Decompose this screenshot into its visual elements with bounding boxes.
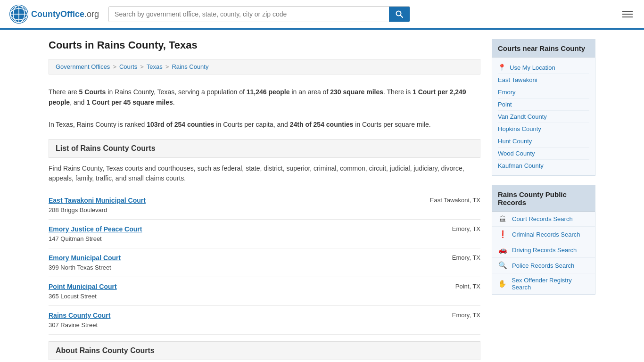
court-info: Emory Justice of Peace Court 147 Quitman… — [49, 225, 443, 242]
court-info: Rains County Court 307 Ravine Street — [49, 312, 443, 329]
search-bar — [108, 6, 410, 22]
bc-sep: > — [165, 63, 169, 70]
table-row: Point Municipal Court 365 Locust Street … — [49, 277, 480, 306]
list-item[interactable]: East Tawakoni — [498, 74, 589, 86]
svg-line-7 — [401, 16, 403, 18]
court-address: 365 Locust Street — [49, 293, 97, 300]
court-info: East Tawakoni Municipal Court 288 Briggs… — [49, 197, 421, 214]
and-text: , and — [70, 99, 86, 106]
content-area: Courts in Rains County, Texas Government… — [49, 39, 480, 362]
list-item[interactable]: ❗ Criminal Records Search — [492, 227, 595, 242]
courts-list: East Tawakoni Municipal Court 288 Briggs… — [49, 191, 480, 335]
court-name-link[interactable]: Emory Justice of Peace Court — [49, 225, 443, 233]
list-item[interactable]: Hunt County — [498, 135, 589, 148]
nearby-place-link[interactable]: East Tawakoni — [498, 76, 537, 83]
logo-icon — [9, 5, 28, 24]
list-item[interactable]: Van Zandt County — [498, 111, 589, 123]
logo-text: CountyOffice.org — [31, 9, 99, 19]
nearby-place-link[interactable]: Wood County — [498, 150, 535, 157]
use-my-location-link[interactable]: Use My Location — [510, 64, 555, 71]
table-row: East Tawakoni Municipal Court 288 Briggs… — [49, 191, 480, 220]
court-address: 147 Quitman Street — [49, 235, 102, 242]
court-name-link[interactable]: Rains County Court — [49, 312, 443, 319]
breadcrumb-gov-offices[interactable]: Government Offices — [56, 63, 110, 70]
menu-icon — [622, 16, 633, 17]
sex-offender-link[interactable]: Sex Offender Registry Search — [512, 277, 589, 291]
desc-intro: There are — [49, 88, 79, 96]
list-item[interactable]: 🔍 Police Records Search — [492, 258, 595, 273]
per-sq: 1 Court per 45 square miles — [86, 99, 173, 106]
court-name-link[interactable]: Point Municipal Court — [49, 283, 446, 290]
list-item[interactable]: 🚗 Driving Records Search — [492, 242, 595, 258]
court-city: Emory, TX — [443, 254, 480, 261]
location-icon: 📍 — [498, 64, 506, 71]
court-city: East Tawakoni, TX — [421, 197, 480, 204]
list-item[interactable]: Emory — [498, 86, 589, 99]
court-address: 288 Briggs Boulevard — [49, 206, 107, 214]
breadcrumb-courts[interactable]: Courts — [119, 63, 137, 70]
bc-sep: > — [140, 63, 144, 70]
nearby-place-link[interactable]: Kaufman County — [498, 162, 544, 169]
search-icon — [396, 10, 403, 18]
list-item[interactable]: Wood County — [498, 148, 589, 160]
menu-icon — [622, 14, 633, 15]
court-info: Point Municipal Court 365 Locust Street — [49, 283, 446, 300]
criminal-records-icon: ❗ — [498, 230, 507, 239]
description-block: There are 5 Courts in Rains County, Texa… — [49, 82, 480, 113]
criminal-records-link[interactable]: Criminal Records Search — [512, 231, 580, 238]
court-records-link[interactable]: Court Records Search — [512, 215, 573, 222]
menu-icon — [622, 11, 633, 12]
police-records-link[interactable]: Police Records Search — [512, 262, 574, 269]
header: CountyOffice.org — [0, 0, 644, 30]
list-item[interactable]: ✋ Sex Offender Registry Search — [492, 273, 595, 294]
nearby-place-link[interactable]: Emory — [498, 89, 516, 96]
nearby-courts-title: Courts near Rains County — [492, 40, 595, 58]
public-records-section: Rains County Public Records 🏛 Court Reco… — [492, 185, 595, 295]
court-name-link[interactable]: East Tawakoni Municipal Court — [49, 197, 421, 204]
per-text: . There is — [383, 88, 413, 96]
list-item[interactable]: Point — [498, 99, 589, 111]
court-name-link[interactable]: Emory Municipal Court — [49, 254, 443, 262]
search-input[interactable] — [109, 7, 389, 22]
menu-button[interactable] — [620, 7, 635, 21]
rank2: 24th of 254 counties — [290, 121, 354, 128]
bc-sep: > — [113, 63, 116, 70]
list-item[interactable]: Kaufman County — [498, 160, 589, 172]
page-title: Courts in Rains County, Texas — [49, 39, 480, 51]
area: 230 square miles — [330, 88, 383, 96]
breadcrumb-texas[interactable]: Texas — [147, 63, 163, 70]
nearby-courts-section: Courts near Rains County 📍 Use My Locati… — [492, 39, 595, 176]
nearby-place-link[interactable]: Point — [498, 101, 512, 108]
list-description: Find Rains County, Texas courts and cour… — [49, 164, 480, 183]
driving-records-icon: 🚗 — [498, 246, 507, 254]
police-records-icon: 🔍 — [498, 261, 507, 270]
main-container: Courts in Rains County, Texas Government… — [39, 30, 605, 362]
court-city: Point, TX — [446, 283, 480, 290]
area-text: in an area of — [290, 88, 330, 96]
about-section-header: About Rains County Courts — [49, 341, 480, 360]
logo[interactable]: CountyOffice.org — [9, 5, 99, 24]
sex-offender-icon: ✋ — [498, 280, 507, 288]
nearby-place-link[interactable]: Hunt County — [498, 138, 532, 145]
sidebar: Courts near Rains County 📍 Use My Locati… — [492, 39, 595, 362]
nearby-place-link[interactable]: Van Zandt County — [498, 113, 547, 120]
desc-in: in Rains County, Texas, serving a popula… — [106, 88, 246, 96]
court-records-icon: 🏛 — [498, 215, 507, 223]
list-item[interactable]: Hopkins County — [498, 123, 589, 135]
search-button[interactable] — [389, 7, 410, 22]
court-address: 399 North Texas Street — [49, 264, 111, 271]
court-address: 307 Ravine Street — [49, 321, 98, 329]
ranked-description: In Texas, Rains County is ranked 103rd o… — [49, 119, 480, 130]
breadcrumb-rains[interactable]: Rains County — [172, 63, 208, 70]
table-row: Rains County Court 307 Ravine Street Emo… — [49, 306, 480, 335]
driving-records-link[interactable]: Driving Records Search — [512, 247, 577, 254]
table-row: Emory Justice of Peace Court 147 Quitman… — [49, 220, 480, 248]
list-section-header: List of Rains County Courts — [49, 139, 480, 158]
list-item[interactable]: 🏛 Court Records Search — [492, 212, 595, 227]
use-my-location-item[interactable]: 📍 Use My Location — [498, 61, 589, 74]
public-records-list: 🏛 Court Records Search ❗ Criminal Record… — [492, 212, 595, 294]
public-records-title: Rains County Public Records — [492, 186, 595, 212]
population: 11,246 people — [247, 88, 290, 96]
nearby-place-link[interactable]: Hopkins County — [498, 125, 541, 132]
courts-count: 5 Courts — [79, 88, 106, 96]
